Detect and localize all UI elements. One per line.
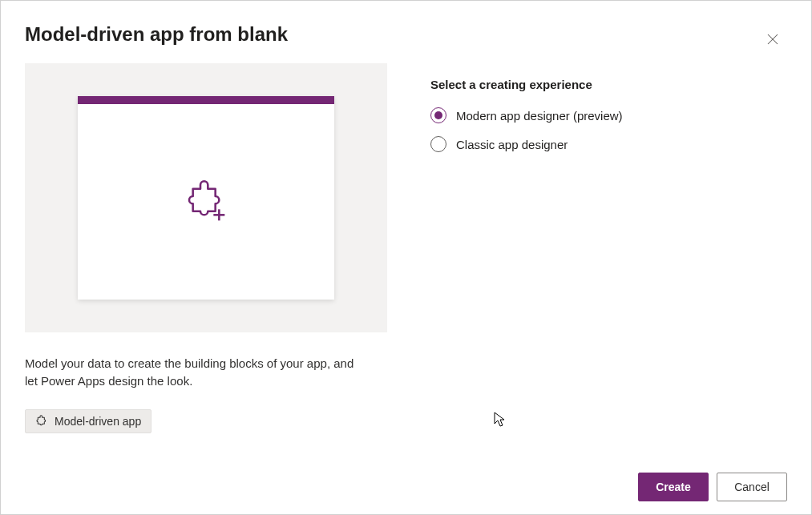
radio-indicator xyxy=(430,107,446,123)
radio-option-modern[interactable]: Modern app designer (preview) xyxy=(430,107,623,123)
preview-card-body xyxy=(78,104,334,300)
radio-dot xyxy=(434,111,442,119)
puzzle-icon xyxy=(35,415,48,428)
radio-label: Modern app designer (preview) xyxy=(456,109,623,123)
right-column: Select a creating experience Modern app … xyxy=(430,63,623,433)
dialog-footer: Create Cancel xyxy=(638,473,787,501)
dialog-description: Model your data to create the building b… xyxy=(25,355,362,390)
left-column: Model your data to create the building b… xyxy=(25,63,387,433)
radio-indicator xyxy=(430,136,446,152)
radio-label: Classic app designer xyxy=(456,138,568,151)
tag-label: Model-driven app xyxy=(55,415,141,428)
preview-card-accent-bar xyxy=(78,96,334,104)
experience-section-label: Select a creating experience xyxy=(430,78,623,91)
radio-option-classic[interactable]: Classic app designer xyxy=(430,136,623,152)
content-row: Model your data to create the building b… xyxy=(25,63,787,433)
preview-panel xyxy=(25,63,387,332)
close-icon xyxy=(766,32,780,46)
dialog-title: Model-driven app from blank xyxy=(25,23,787,46)
preview-card xyxy=(78,96,334,300)
tag-row: Model-driven app xyxy=(25,409,387,433)
app-type-tag: Model-driven app xyxy=(25,409,151,433)
dialog-container: Model-driven app from blank Model your d… xyxy=(1,1,811,514)
close-button[interactable] xyxy=(760,26,786,52)
puzzle-plus-icon xyxy=(184,179,228,224)
create-button[interactable]: Create xyxy=(638,473,709,501)
cancel-button[interactable]: Cancel xyxy=(717,473,787,501)
